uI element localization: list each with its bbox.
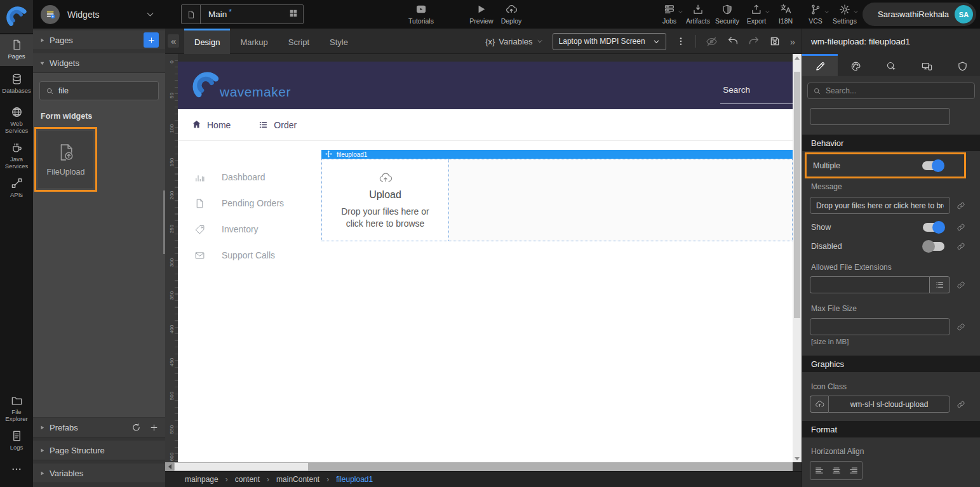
property-search[interactable]	[807, 83, 975, 99]
link-icon[interactable]	[957, 400, 965, 409]
save-icon[interactable]	[769, 36, 781, 47]
align-left-icon[interactable]	[810, 462, 828, 479]
tab-script[interactable]: Script	[278, 29, 319, 54]
variables-section-header[interactable]: Variables	[33, 464, 165, 483]
breadcrumb-maincontent[interactable]: mainContent	[276, 475, 319, 484]
tab-properties[interactable]	[802, 54, 838, 76]
file-icon	[182, 5, 201, 23]
breadcrumb-fileupload1[interactable]: fileupload1	[336, 475, 373, 484]
nav-item-home[interactable]: Home	[192, 119, 231, 131]
more-rail-items-button[interactable]	[0, 464, 33, 477]
message-input[interactable]	[810, 197, 950, 214]
tab-style[interactable]: Style	[319, 29, 358, 54]
link-icon[interactable]	[957, 242, 965, 251]
menu-item-dashboard[interactable]: Dashboard	[178, 164, 311, 190]
page-search-link[interactable]: Search	[723, 85, 750, 95]
menu-item-pending-orders[interactable]: Pending Orders	[178, 190, 311, 216]
tab-design[interactable]: Design	[184, 29, 230, 54]
tab-events[interactable]	[873, 54, 909, 76]
menu-item-support-calls[interactable]: Support Calls	[178, 243, 311, 268]
link-icon[interactable]	[957, 223, 965, 232]
disabled-toggle[interactable]	[923, 242, 944, 251]
ellipsis-icon	[11, 464, 22, 477]
multiple-toggle[interactable]	[922, 161, 944, 170]
export-button[interactable]: Export	[747, 3, 766, 25]
property-search-input[interactable]	[826, 86, 969, 95]
collapse-panel-button[interactable]: «	[168, 34, 179, 48]
settings-button[interactable]: Settings	[833, 3, 857, 25]
grid-icon[interactable]	[289, 9, 298, 20]
breadcrumb: mainpage › content › mainContent › fileu…	[165, 471, 802, 487]
widget-name-input[interactable]	[810, 108, 950, 125]
tab-styles[interactable]	[838, 54, 873, 76]
sidebar-item-pages[interactable]: Pages	[0, 34, 33, 66]
variables-menu[interactable]: {x} Variables	[485, 37, 542, 46]
wavemaker-logo[interactable]	[0, 0, 33, 33]
widget-selection-bar[interactable]: fileupload1	[321, 150, 793, 159]
workspace-selector[interactable]: Widgets	[33, 0, 165, 29]
workspace-label: Widgets	[67, 10, 100, 20]
inspector-tabs	[802, 54, 980, 76]
canvas-vertical-scrollbar[interactable]	[793, 54, 802, 462]
tab-security[interactable]	[944, 54, 980, 76]
collapse-inspector-button[interactable]: »	[790, 36, 795, 47]
sidebar-item-web-services[interactable]: Web Services	[0, 102, 33, 136]
sidebar-item-java-services[interactable]: Java Services	[0, 137, 33, 171]
list-icon[interactable]	[929, 276, 950, 293]
redo-icon[interactable]	[748, 36, 760, 47]
align-right-icon[interactable]	[845, 462, 862, 479]
file-icon	[11, 39, 23, 51]
undo-icon[interactable]	[727, 36, 739, 47]
fileupload-widget-tile[interactable]: FileUpload	[38, 131, 93, 188]
security-button[interactable]: Security	[715, 3, 739, 25]
link-icon[interactable]	[957, 323, 965, 331]
nav-item-order[interactable]: Order	[258, 120, 297, 130]
max-file-size-input[interactable]	[810, 318, 950, 335]
tag-icon	[194, 224, 205, 235]
preview-button[interactable]: Preview	[469, 3, 493, 25]
vcs-button[interactable]: VCS	[809, 3, 822, 25]
link-icon[interactable]	[957, 281, 965, 290]
i18n-button[interactable]: I18N	[779, 3, 793, 25]
sidebar-item-logs[interactable]: Logs	[0, 425, 33, 453]
disabled-property-row: Disabled	[802, 242, 980, 251]
widget-search-input[interactable]	[58, 86, 161, 95]
breadcrumb-content[interactable]: content	[235, 475, 260, 484]
prefabs-section-header[interactable]: Prefabs	[33, 418, 165, 437]
breadcrumb-mainpage[interactable]: mainpage	[185, 475, 218, 484]
allowed-extensions-input[interactable]	[810, 276, 929, 293]
add-page-button[interactable]	[144, 32, 159, 48]
upload-message-line2: click here to browse	[341, 218, 429, 230]
tab-devices[interactable]	[909, 54, 944, 76]
sidebar-item-apis[interactable]: APIs	[0, 173, 33, 201]
widget-search[interactable]	[39, 81, 159, 100]
user-menu[interactable]: SaraswathiRekhala SA	[863, 3, 976, 26]
artifacts-button[interactable]: Artifacts	[686, 3, 710, 25]
align-center-icon[interactable]	[828, 462, 845, 479]
page-tab-main[interactable]: Main *	[181, 4, 304, 24]
widget-row-empty-area[interactable]	[449, 159, 792, 241]
link-icon[interactable]	[957, 201, 965, 210]
show-toggle[interactable]	[923, 223, 944, 232]
cloud-upload-icon[interactable]	[810, 396, 828, 413]
section-behavior: Behavior	[802, 135, 980, 151]
page-structure-section-header[interactable]: Page Structure	[33, 441, 165, 460]
top-bar: Widgets Main * Tutorials Preview Deploy …	[33, 0, 980, 29]
icon-class-input[interactable]	[828, 396, 950, 413]
menu-item-inventory[interactable]: Inventory	[178, 217, 311, 242]
tab-markup[interactable]: Markup	[230, 29, 278, 54]
deploy-button[interactable]: Deploy	[501, 3, 522, 25]
jobs-button[interactable]: Jobs	[662, 3, 676, 25]
more-vertical-icon[interactable]	[676, 36, 686, 46]
device-select[interactable]: Laptop with MDPI Screen	[553, 33, 666, 50]
tutorials-button[interactable]: Tutorials	[408, 3, 434, 25]
widgets-section-header[interactable]: Widgets	[33, 53, 165, 73]
canvas-horizontal-scrollbar[interactable]	[165, 462, 793, 471]
pages-section-header[interactable]: Pages	[33, 30, 165, 50]
sidebar-item-file-explorer[interactable]: File Explorer	[0, 390, 33, 422]
plus-icon[interactable]	[149, 423, 159, 432]
refresh-icon[interactable]	[131, 423, 141, 432]
fileupload-dropzone[interactable]: Upload Drop your files here or click her…	[322, 159, 449, 241]
sidebar-item-databases[interactable]: Databases	[0, 69, 33, 100]
eye-off-icon[interactable]	[706, 36, 718, 48]
